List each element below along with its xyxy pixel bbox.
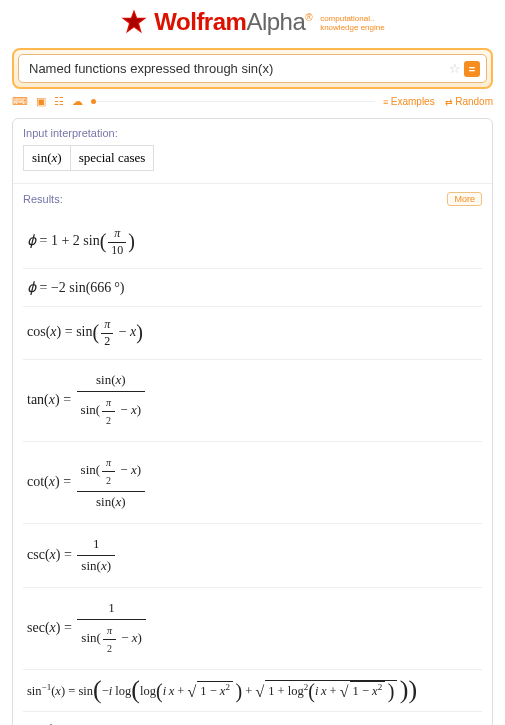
interp-cell-qualifier: special cases [71, 146, 154, 170]
interpretation-box: sin(x) special cases [23, 145, 154, 171]
more-button[interactable]: More [447, 192, 482, 206]
tagline: computational..knowledge engine [320, 15, 385, 33]
formula-sec: sec(x) = 1sin(π2 − x) [23, 588, 482, 670]
formula-phi-2: ϕ = −2 sin(666 °) [23, 269, 482, 307]
formula-phi-1: ϕ = 1 + 2 sin(π10) [23, 216, 482, 269]
wolfram-logo-icon [120, 8, 148, 36]
keyboard-icon[interactable]: ⌨ [12, 95, 28, 108]
favorite-icon[interactable]: ☆ [446, 61, 464, 76]
formula-tan: tan(x) = sin(x)sin(π2 − x) [23, 360, 482, 442]
formula-csc: csc(x) = 1sin(x) [23, 524, 482, 588]
examples-link[interactable]: Examples [383, 96, 435, 107]
data-input-icon[interactable]: ☷ [54, 95, 64, 108]
header: WolframAlpha® computational..knowledge e… [0, 0, 505, 44]
logo-text: WolframAlpha® [154, 8, 312, 36]
submit-button[interactable]: = [464, 61, 480, 77]
formula-arccos: cos−1(x) = π2 − sin(−i log(log(i x + √1 … [23, 712, 482, 725]
formula-cos: cos(x) = sin(π2 − x) [23, 307, 482, 360]
results-header: Results: More [13, 184, 492, 212]
upload-icon[interactable]: ☁ [72, 95, 83, 108]
search-input[interactable] [25, 59, 446, 78]
search-container: ☆ = [12, 48, 493, 89]
random-link[interactable]: Random [445, 96, 493, 107]
input-interpretation-header: Input interpretation: [13, 119, 492, 145]
image-input-icon[interactable]: ▣ [36, 95, 46, 108]
result-panel: Input interpretation: sin(x) special cas… [12, 118, 493, 725]
formula-arcsin: sin−1(x) = sin(−i log(log(i x + √1 − x2 … [23, 670, 482, 712]
interp-cell-function: sin(x) [24, 146, 71, 170]
toolbar: ⌨ ▣ ☷ ☁ Examples Random [12, 95, 493, 108]
formula-cot: cot(x) = sin(π2 − x)sin(x) [23, 442, 482, 524]
formula-list: ϕ = 1 + 2 sin(π10) ϕ = −2 sin(666 °) cos… [13, 212, 492, 725]
